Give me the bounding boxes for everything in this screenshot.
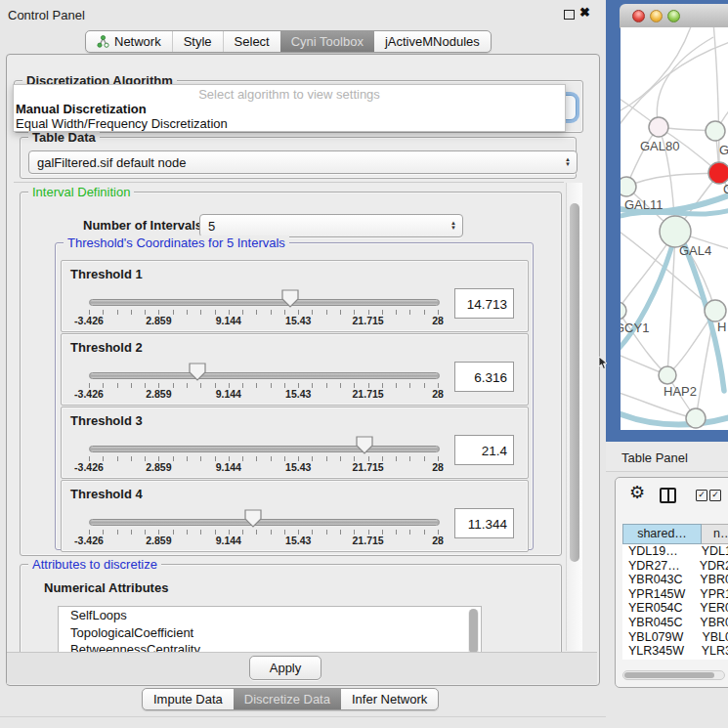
- table-row[interactable]: YER054CYER0: [622, 601, 728, 616]
- tick-label: -3.426: [74, 461, 104, 473]
- tick-label: 15.43: [285, 461, 311, 473]
- tab-cyni-toolbox[interactable]: Cyni Toolbox: [280, 31, 374, 52]
- table-row[interactable]: YIL052CYIL0: [622, 659, 728, 660]
- cell-shared-name[interactable]: YPR145W: [622, 587, 690, 602]
- checkbox-icon[interactable]: ✓: [709, 490, 721, 501]
- cell-name[interactable]: YLR3: [692, 644, 728, 659]
- threshold-1-slider-thumb[interactable]: [281, 289, 299, 308]
- cell-name[interactable]: YIL0: [697, 659, 728, 660]
- cell-shared-name[interactable]: YER054C: [622, 601, 690, 616]
- table-horizontal-scrollbar[interactable]: [622, 670, 725, 680]
- number-of-intervals-combobox[interactable]: 5 ▲ ▼: [199, 214, 463, 237]
- cell-name[interactable]: YPR1: [690, 587, 728, 602]
- tab-style[interactable]: Style: [172, 31, 223, 52]
- table-rows[interactable]: YDL19…YDL1YDR27…YDR2YBR043CYBR0YPR145WYP…: [622, 544, 728, 660]
- close-icon[interactable]: ✖: [579, 5, 590, 20]
- numerical-attributes-list[interactable]: SelfLoopsTopologicalCoefficientBetweenne…: [58, 606, 482, 652]
- tab-jactivemnodules[interactable]: jActiveMNodules: [374, 31, 491, 52]
- threshold-2-slider-track[interactable]: [89, 372, 440, 379]
- table-row[interactable]: YBL079WYBL0: [622, 630, 728, 645]
- cell-name[interactable]: YDL1: [692, 544, 728, 559]
- table-row[interactable]: YBR045CYBR0: [622, 616, 728, 630]
- network-node[interactable]: [621, 177, 636, 196]
- threshold-4-label: Threshold 4: [70, 487, 143, 501]
- table-row[interactable]: YDL19…YDL1: [622, 544, 728, 559]
- tab-impute-data-label: Impute Data: [153, 692, 223, 707]
- network-window-titlebar[interactable]: [620, 4, 728, 28]
- table-data-combobox[interactable]: galFiltered.sif default node ▲ ▼: [28, 150, 578, 174]
- tick-label: 2.859: [146, 315, 171, 326]
- threshold-1-value-field[interactable]: 14.713: [454, 288, 514, 319]
- cell-shared-name[interactable]: YDR27…: [622, 559, 690, 574]
- threshold-4-value-field[interactable]: 11.344: [454, 508, 514, 538]
- algorithm-option-equal-width[interactable]: Equal Width/Frequency Discretization: [14, 116, 565, 131]
- float-window-icon[interactable]: [564, 10, 575, 20]
- cell-shared-name[interactable]: YBR043C: [622, 573, 690, 587]
- cell-name[interactable]: YDR2: [690, 559, 728, 574]
- cell-name[interactable]: YBR0: [690, 616, 728, 630]
- settings-vertical-scrollbar[interactable]: [566, 183, 582, 651]
- slider-tick-labels: -3.4262.8599.14415.4321.71528: [89, 388, 438, 401]
- attributes-list-scrollbar[interactable]: [468, 609, 479, 652]
- cell-shared-name[interactable]: YLR345W: [622, 644, 692, 659]
- column-layout-icon[interactable]: [660, 488, 676, 503]
- table-row[interactable]: YDR27…YDR2: [622, 559, 728, 574]
- column-header-shared-name[interactable]: shared…: [622, 524, 702, 544]
- zoom-traffic-light[interactable]: [667, 10, 680, 22]
- attribute-list-item[interactable]: TopologicalCoefficient: [59, 624, 481, 642]
- apply-button[interactable]: Apply: [249, 656, 321, 680]
- attribute-list-item[interactable]: SelfLoops: [59, 607, 481, 624]
- threshold-3-value-field[interactable]: 21.4: [454, 435, 514, 465]
- threshold-3-slider-thumb[interactable]: [356, 436, 373, 454]
- cell-name[interactable]: YER0: [690, 601, 728, 616]
- threshold-4-slider-track[interactable]: [89, 519, 440, 526]
- minimize-traffic-light[interactable]: [650, 10, 663, 22]
- cell-shared-name[interactable]: YDL19…: [622, 544, 692, 559]
- slider-tick-labels: -3.4262.8599.14415.4321.71528: [89, 535, 438, 547]
- tab-infer-network[interactable]: Infer Network: [341, 689, 438, 709]
- network-node[interactable]: [708, 162, 728, 184]
- checkbox-icon[interactable]: ✓: [696, 490, 707, 501]
- scrollbar-thumb[interactable]: [570, 203, 579, 562]
- network-node[interactable]: [706, 121, 725, 141]
- network-node[interactable]: [659, 366, 676, 384]
- cell-name[interactable]: YBL0: [692, 630, 728, 645]
- tick-label: 15.43: [285, 535, 311, 546]
- gear-icon[interactable]: ⚙: [629, 482, 645, 503]
- threshold-1-panel: Threshold 1 -3.4262.8599.14415.4321.7152…: [61, 260, 529, 332]
- cell-shared-name[interactable]: YBR045C: [622, 616, 690, 630]
- table-row[interactable]: YPR145WYPR1: [622, 587, 728, 602]
- threshold-2-value-field[interactable]: 6.316: [454, 362, 514, 392]
- cell-shared-name[interactable]: YIL052C: [622, 659, 697, 660]
- table-panel-body: ⚙ ✓ ✓ shared… n… YDL19…YDL1YDR27…YDR2YBR…: [615, 477, 728, 688]
- tick-label: 21.715: [353, 535, 384, 546]
- algorithm-option-manual[interactable]: Manual Discretization: [14, 102, 565, 116]
- network-node[interactable]: [686, 408, 706, 428]
- tick-label: 28: [432, 388, 444, 400]
- threshold-1-slider-track[interactable]: [89, 299, 440, 306]
- column-header-name[interactable]: n…: [702, 524, 728, 544]
- stepper-down-icon: ▼: [565, 162, 571, 167]
- threshold-2-slider-thumb[interactable]: [189, 363, 206, 381]
- table-row[interactable]: YBR043CYBR0: [622, 573, 728, 587]
- tab-network[interactable]: Network: [86, 31, 172, 52]
- attribute-list-item[interactable]: BetweennessCentrality: [59, 641, 481, 652]
- tab-discretize-data[interactable]: Discretize Data: [234, 689, 341, 709]
- threshold-3-slider-track[interactable]: [89, 446, 440, 452]
- cell-shared-name[interactable]: YBL079W: [622, 630, 692, 645]
- network-node[interactable]: [705, 300, 726, 321]
- tick-label: 9.144: [216, 388, 241, 400]
- scrollbar-thumb[interactable]: [624, 672, 714, 678]
- tab-select[interactable]: Select: [223, 31, 280, 52]
- close-traffic-light[interactable]: [632, 10, 645, 22]
- attributes-group: Attributes to discretize Numerical Attri…: [20, 564, 562, 652]
- network-node-label: GAL4: [679, 243, 711, 258]
- network-node[interactable]: [621, 302, 626, 320]
- network-view[interactable]: GAL80GACGAL11GAL4GCY1HHAP2: [621, 27, 728, 430]
- network-node[interactable]: [649, 117, 668, 137]
- tab-impute-data[interactable]: Impute Data: [143, 689, 234, 709]
- cell-name[interactable]: YBR0: [690, 573, 728, 587]
- table-row[interactable]: YLR345WYLR3: [622, 644, 728, 659]
- scrollbar-thumb[interactable]: [469, 609, 478, 652]
- threshold-4-slider-thumb[interactable]: [244, 509, 262, 528]
